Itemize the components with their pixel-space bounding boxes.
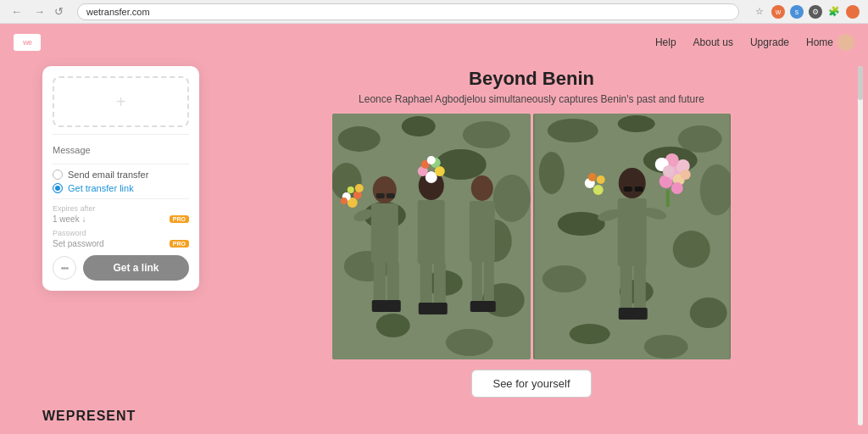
email-transfer-option[interactable]: Send email transfer	[53, 170, 189, 180]
svg-rect-39	[419, 303, 434, 314]
password-row: Set password PRO	[53, 239, 189, 248]
svg-point-77	[593, 185, 603, 195]
svg-rect-64	[617, 198, 646, 266]
svg-rect-27	[372, 300, 387, 312]
expires-row: 1 week ↓ PRO	[53, 214, 189, 224]
drop-icon: +	[116, 92, 126, 112]
divider1	[53, 134, 189, 135]
svg-point-13	[446, 329, 493, 356]
svg-point-2	[402, 116, 436, 136]
logo-text: we	[23, 38, 31, 47]
svg-point-24	[341, 198, 348, 204]
expires-label: Expires after	[53, 204, 189, 213]
wepresent-logo: WEPRESENT	[42, 409, 136, 424]
email-radio[interactable]	[53, 170, 63, 180]
svg-point-22	[348, 186, 354, 193]
svg-rect-84	[632, 308, 647, 320]
svg-rect-38	[434, 262, 446, 306]
link-radio[interactable]	[53, 183, 63, 193]
see-for-yourself-button[interactable]: See for yourself	[471, 370, 591, 398]
svg-rect-37	[420, 262, 432, 306]
svg-rect-30	[418, 200, 445, 264]
ext-icon3[interactable]: ⚙	[809, 5, 822, 19]
svg-point-51	[538, 152, 564, 194]
top-nav: we Help About us Upgrade Home	[0, 24, 868, 61]
get-link-button[interactable]: Get a link	[83, 255, 189, 281]
article-content: Beyond Benin Leonce Raphael Agbodjelou s…	[220, 61, 843, 398]
svg-point-48	[547, 119, 598, 142]
svg-rect-45	[470, 301, 484, 312]
svg-point-14	[373, 176, 397, 203]
svg-point-50	[677, 125, 721, 153]
address-bar[interactable]: wetransfer.com	[77, 3, 739, 20]
forward-button[interactable]: →	[31, 5, 47, 18]
main-area: we Help About us Upgrade Home + Send ema…	[0, 24, 868, 434]
nav-home[interactable]: Home	[806, 34, 854, 51]
svg-rect-40	[432, 303, 448, 314]
password-placeholder[interactable]: Set password	[53, 239, 104, 248]
transfer-link-label[interactable]: Get transfer link	[68, 183, 134, 193]
wetransfer-logo[interactable]: we	[14, 34, 41, 51]
expires-value[interactable]: 1 week ↓	[53, 214, 86, 224]
home-avatar	[837, 34, 854, 51]
svg-point-80	[587, 173, 596, 181]
email-transfer-label: Send email transfer	[68, 170, 148, 180]
svg-point-75	[680, 170, 690, 180]
svg-point-59	[569, 324, 609, 344]
svg-point-56	[542, 265, 586, 292]
svg-point-5	[436, 149, 487, 180]
more-options-button[interactable]: •••	[53, 256, 76, 280]
svg-rect-25	[374, 261, 386, 303]
svg-point-3	[463, 121, 510, 148]
star-icon[interactable]: ☆	[753, 5, 766, 19]
message-input[interactable]	[53, 142, 189, 159]
url-text: wetransfer.com	[86, 7, 150, 17]
svg-point-1	[338, 126, 381, 152]
nav-links: Help About us Upgrade Home	[655, 34, 854, 51]
password-pro-badge: PRO	[170, 240, 189, 248]
home-label: Home	[806, 36, 833, 48]
svg-point-55	[672, 231, 709, 268]
upload-panel: + Send email transfer Get transfer link …	[42, 66, 199, 291]
svg-point-23	[355, 184, 364, 192]
ext-icon2[interactable]: s	[790, 5, 804, 19]
svg-rect-43	[472, 260, 482, 304]
nav-about[interactable]: About us	[693, 36, 733, 48]
browser-chrome: ← → ↺ wetransfer.com ☆ w s ⚙ 🧩	[0, 0, 868, 24]
svg-point-12	[376, 314, 410, 337]
svg-rect-17	[371, 203, 398, 263]
password-label: Password	[53, 229, 189, 237]
svg-rect-63	[634, 186, 643, 192]
svg-rect-15	[376, 193, 385, 198]
svg-point-74	[670, 182, 682, 194]
svg-point-79	[596, 175, 604, 184]
reload-button[interactable]: ↺	[54, 5, 64, 18]
svg-rect-81	[620, 264, 632, 311]
browser-actions: ☆ w s ⚙ 🧩	[753, 5, 860, 19]
svg-point-54	[557, 212, 604, 236]
svg-point-61	[618, 168, 645, 198]
get-link-option[interactable]: Get transfer link	[53, 183, 189, 193]
panel-bottom: ••• Get a link	[53, 255, 189, 281]
back-button[interactable]: ←	[8, 5, 25, 18]
svg-rect-76	[665, 190, 669, 207]
svg-point-60	[643, 335, 687, 359]
scrollbar-thumb[interactable]	[858, 66, 863, 100]
ext-icon1[interactable]: w	[771, 5, 785, 19]
svg-rect-44	[484, 260, 494, 304]
divider2	[53, 164, 189, 164]
nav-help[interactable]: Help	[655, 36, 676, 48]
svg-rect-28	[386, 300, 401, 312]
svg-point-58	[689, 298, 726, 328]
cta-container: See for yourself	[471, 370, 591, 398]
svg-point-6	[493, 175, 531, 222]
extensions-icon[interactable]: 🧩	[827, 5, 841, 19]
profile-avatar[interactable]	[846, 5, 860, 19]
scrollbar[interactable]	[858, 66, 863, 426]
divider3	[53, 198, 189, 199]
photo-right	[533, 114, 732, 359]
svg-point-49	[617, 115, 654, 132]
file-drop-area[interactable]: +	[53, 76, 189, 127]
svg-point-36	[427, 156, 436, 164]
nav-upgrade[interactable]: Upgrade	[750, 36, 789, 48]
